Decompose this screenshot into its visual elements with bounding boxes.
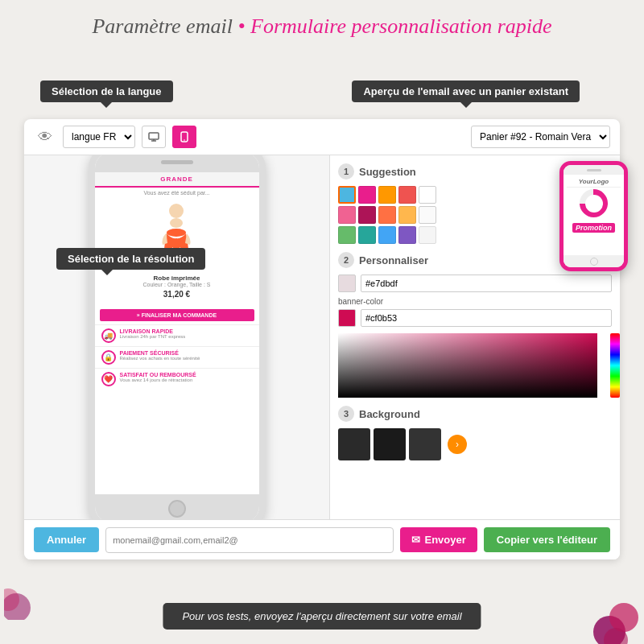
preview-promo: Promotion [567,189,621,233]
panier-select[interactable]: Panier #92 - Romain Vera [471,126,610,148]
cta-button[interactable]: » FINALISER MA COMMANDE [100,309,254,321]
heart-icon: ❤️ [101,372,116,386]
email-preview-panel: GRANDE Vous avez été séduit par... [24,155,330,519]
background-swatches: › [338,428,612,460]
preview-phone-bottom [564,255,624,267]
gradient-area[interactable] [338,333,597,398]
color-spectrum[interactable] [610,333,620,398]
section-number-3: 3 [338,406,354,422]
color-swatch-gray[interactable] [419,226,436,244]
flower-decoration-br [580,588,640,644]
bottom-action-bar: Annuler ✉ Envoyer Copier vers l'éditeur [24,519,620,559]
section-background-header: 3 Background [338,406,612,422]
title-bullet: • [237,14,245,38]
color-swatch-offwhite[interactable] [419,206,436,224]
color-swatch-red[interactable] [398,186,416,204]
feature-livraison: 🚚 LIVRAISON RAPIDE Livraison 24h par TNT… [95,324,259,346]
envelope-icon: ✉ [411,534,420,546]
email-subtitle: Vous avez été séduit par... [95,188,259,198]
toolbar: 👁 langue FR Panier #92 - Romain Vera [24,119,620,155]
page-title: Paramètre email • Formulaire personnalis… [0,0,644,47]
gradient-dark-overlay [338,333,597,398]
color-hex-input[interactable] [361,275,612,292]
email-input[interactable] [105,527,394,553]
section-personnaliser-title: Personnaliser [359,254,428,266]
phone-home-button[interactable] [168,500,186,518]
copier-button[interactable]: Copier vers l'éditeur [484,527,610,552]
paiement-desc: Réalisez vos achats en toute sérénité [120,356,253,361]
svg-point-6 [170,218,183,228]
section-background-title: Background [359,408,420,420]
banner-color-label: banner-color [338,297,612,306]
color-swatch-dark-pink[interactable] [358,206,376,224]
preview-home-button [590,258,598,266]
picker-wrapper [338,333,612,398]
color-swatch-purple[interactable] [398,226,416,244]
annotation-apercu: Aperçu de l'email avec un panier existan… [352,80,580,102]
color-swatch-amber[interactable] [398,206,416,224]
annotation-resolution: Sélection de la résolution [56,248,205,270]
feature-satisfait: ❤️ SATISFAIT OU REMBOURSÉ Vous avez 14 j… [95,368,259,390]
bg-swatch-charcoal[interactable] [409,428,441,460]
section-number-2: 2 [338,252,354,268]
main-panel: 👁 langue FR Panier #92 - Romain Vera Sél… [24,119,620,559]
truck-icon: 🚚 [101,328,116,343]
color-swatch-deep-orange[interactable] [378,206,396,224]
svg-rect-0 [149,133,159,139]
content-panels: GRANDE Vous avez été séduit par... [24,155,620,519]
section-number-1: 1 [338,163,354,180]
banner-hex-input[interactable] [361,309,612,327]
color-swatch-green[interactable] [338,226,356,244]
color-swatch-orange[interactable] [378,186,396,204]
color-swatch-teal[interactable] [358,226,376,244]
satisfait-desc: Vous avez 14 jours de rétractation [120,378,253,382]
phone-speaker [161,160,193,164]
svg-point-4 [184,139,185,141]
title-part2: Formulaire personnalisation rapide [250,14,552,38]
phone-top [95,155,259,172]
title-part1: Paramètre email [92,14,233,38]
desktop-btn[interactable] [142,126,166,148]
bg-swatch-black[interactable] [374,428,406,460]
livraison-title: LIVRAISON RAPIDE [120,328,253,334]
color-swatch-blue[interactable] [378,226,396,244]
eye-icon[interactable]: 👁 [34,126,56,148]
color-input-row [338,275,612,292]
color-swatch-pink[interactable] [358,186,376,204]
product-price: 31,20 € [100,290,254,299]
annotation-langue: Sélection de la langue [40,80,173,102]
bg-next-button[interactable]: › [448,435,467,454]
color-swatch-light-pink[interactable] [338,206,356,224]
color-preview-box[interactable] [338,275,356,292]
lock-icon: 🔒 [101,350,116,365]
annuler-button[interactable]: Annuler [34,527,99,552]
preview-phone-screen: YourLogo Promotion [564,175,624,255]
svg-point-9 [609,603,638,632]
preview-logo: YourLogo [567,178,621,188]
feature-paiement: 🔒 PAIEMENT SÉCURISÉ Réalisez vos achats … [95,346,259,368]
envoyer-button[interactable]: ✉ Envoyer [400,527,477,552]
svg-point-5 [169,204,184,218]
flower-decoration-bl [4,580,44,620]
bottom-note: Pour vos tests, envoyez l'aperçu directe… [163,603,481,630]
preview-phone-top [564,165,624,175]
color-picker[interactable] [338,333,612,398]
color-swatch-white[interactable] [419,186,436,204]
promo-circle-inner [585,195,603,213]
phone-bottom [95,494,259,519]
mobile-btn[interactable] [172,126,196,148]
section-suggestion-title: Suggestion [359,166,416,178]
banner-color-row [338,309,612,327]
phone-screen: GRANDE Vous avez été séduit par... [95,172,259,494]
bg-swatch-dark[interactable] [338,428,370,460]
phone-mockup: GRANDE Vous avez été séduit par... [89,155,266,519]
satisfait-title: SATISFAIT OU REMBOURSÉ [120,372,253,378]
promo-circle [580,189,608,217]
livraison-desc: Livraison 24h par TNT express [120,334,253,339]
banner-color-preview[interactable] [338,309,356,327]
promo-label: Promotion [572,223,615,233]
phone-preview-small: YourLogo Promotion [559,161,628,271]
langue-select[interactable]: langue FR [63,126,135,148]
color-swatch-cyan[interactable] [338,186,356,204]
product-name: Robe imprimée [100,275,254,282]
